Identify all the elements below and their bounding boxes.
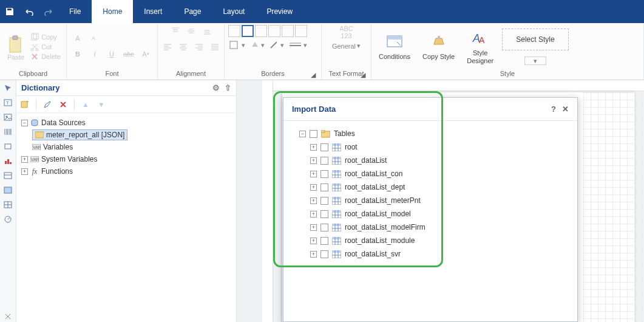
expand-icon[interactable]: +	[310, 171, 317, 177]
checkbox[interactable]	[310, 130, 317, 138]
border-style-dropdown[interactable]: ▾	[229, 41, 245, 49]
redo-button[interactable]	[39, 0, 58, 23]
tool-panel-2[interactable]	[2, 185, 13, 196]
copy-style-button[interactable]: Copy Style	[419, 31, 458, 62]
menu-preview[interactable]: Preview	[256, 0, 303, 23]
expand-icon[interactable]: +	[21, 168, 28, 175]
menu-home[interactable]: Home	[92, 0, 133, 23]
expand-icon[interactable]: +	[310, 197, 317, 204]
table-row[interactable]: +root_dataList_dept	[293, 180, 568, 194]
tool-text[interactable]: T	[2, 97, 13, 108]
tool-panel-1[interactable]	[2, 170, 13, 181]
expand-icon[interactable]: +	[310, 238, 317, 244]
border-color-dropdown[interactable]: ▾	[269, 41, 284, 49]
tree-sysvars[interactable]: + VAR System Variables	[19, 153, 234, 165]
save-button[interactable]	[0, 0, 19, 23]
menu-file[interactable]: File	[58, 0, 92, 23]
cut-button[interactable]: Cut	[30, 43, 61, 51]
checkbox[interactable]	[320, 197, 328, 205]
tool-barcode[interactable]	[2, 126, 13, 137]
expand-icon[interactable]: +	[21, 156, 28, 163]
dict-down[interactable]: ▼	[97, 100, 106, 109]
dialog-help-icon[interactable]: ?	[551, 104, 556, 114]
checkbox[interactable]	[320, 237, 328, 245]
align-bottom-button[interactable]	[201, 25, 213, 37]
textformat-dropdown[interactable]: General ▾	[332, 42, 361, 50]
expand-icon[interactable]: +	[310, 144, 317, 151]
dict-edit[interactable]	[42, 100, 52, 109]
style-gallery-dropdown[interactable]: ▾	[524, 57, 546, 65]
dictionary-settings-icon[interactable]: ⚙	[212, 83, 220, 92]
align-middle-button[interactable]	[185, 25, 197, 37]
border-preset-2[interactable]	[268, 25, 280, 37]
border-all-button[interactable]	[228, 25, 240, 37]
grow-font-button[interactable]: A	[72, 32, 84, 44]
tool-gauge[interactable]	[2, 214, 13, 225]
expand-icon[interactable]: +	[310, 224, 317, 231]
conditions-button[interactable]: Conditions	[375, 31, 414, 62]
tree-functions[interactable]: + fx Functions	[19, 165, 234, 177]
checkbox[interactable]	[320, 250, 328, 258]
border-preset-3[interactable]	[282, 25, 294, 37]
expand-icon[interactable]: +	[310, 251, 317, 258]
checkbox[interactable]	[320, 183, 328, 191]
tree-meter-report[interactable]: meter_report_all [JSON]	[19, 129, 234, 141]
table-row[interactable]: +root_dataList_module	[293, 234, 568, 247]
border-weight-dropdown[interactable]: ▾	[289, 41, 307, 49]
border-preset-1[interactable]	[255, 25, 267, 37]
strikethrough-button[interactable]: abc	[123, 48, 135, 60]
table-row[interactable]: +root_dataList_meterPnt	[293, 194, 568, 207]
fill-color-dropdown[interactable]: ▾	[250, 41, 265, 49]
table-row[interactable]: +root_dataList_modelFirm	[293, 221, 568, 234]
align-top-button[interactable]	[169, 25, 181, 37]
tool-chart[interactable]	[2, 156, 13, 166]
expand-icon[interactable]: −	[299, 131, 306, 137]
expand-icon[interactable]: +	[310, 157, 317, 164]
checkbox[interactable]	[320, 143, 328, 151]
style-designer-button[interactable]: AA Style Designer	[463, 27, 497, 66]
expand-icon[interactable]: −	[21, 120, 28, 126]
undo-button[interactable]	[19, 0, 39, 23]
checkbox[interactable]	[320, 170, 328, 178]
menu-layout[interactable]: Layout	[212, 0, 256, 23]
menu-page[interactable]: Page	[173, 0, 212, 23]
table-row[interactable]: +root_dataList_model	[293, 207, 568, 221]
expand-icon[interactable]: +	[310, 184, 317, 191]
bold-button[interactable]: B	[72, 48, 84, 60]
table-row[interactable]: +root_dataList_svr	[293, 247, 568, 261]
tool-image[interactable]	[2, 112, 13, 123]
tool-pointer[interactable]	[2, 83, 13, 94]
tool-crosstab[interactable]	[2, 199, 13, 210]
italic-button[interactable]: I	[89, 48, 101, 60]
align-center-button[interactable]	[177, 41, 189, 53]
shrink-font-button[interactable]: A	[87, 32, 100, 44]
table-row[interactable]: +root_dataList_con	[293, 167, 568, 180]
paste-button[interactable]: Paste	[4, 33, 28, 61]
align-right-button[interactable]	[193, 41, 205, 53]
expand-icon[interactable]: +	[310, 211, 317, 218]
border-preset-4[interactable]	[295, 25, 307, 37]
dict-up[interactable]: ▲	[81, 100, 90, 109]
underline-button[interactable]: U	[106, 48, 118, 60]
align-justify-button[interactable]	[209, 41, 221, 53]
dialog-close-icon[interactable]: ✕	[562, 104, 569, 114]
menu-insert[interactable]: Insert	[133, 0, 173, 23]
tool-shape[interactable]	[2, 141, 13, 152]
select-style-button[interactable]: Select Style	[502, 29, 568, 50]
borders-launcher-icon[interactable]: ◢	[310, 71, 316, 77]
dict-delete[interactable]	[58, 100, 68, 109]
copy-button[interactable]: Copy	[30, 33, 61, 41]
align-left-button[interactable]	[161, 41, 174, 53]
tree-variables[interactable]: VAR Variables	[19, 141, 234, 153]
dict-new-item[interactable]: +	[20, 100, 30, 109]
dictionary-pin-icon[interactable]: ⇧	[225, 83, 231, 92]
checkbox[interactable]	[320, 210, 328, 218]
table-row[interactable]: +root	[293, 140, 568, 154]
tool-settings[interactable]	[2, 311, 13, 322]
delete-button[interactable]: Delete	[30, 52, 61, 61]
checkbox[interactable]	[320, 224, 328, 231]
font-color-button[interactable]: A▾	[140, 48, 152, 60]
table-row[interactable]: +root_dataList	[293, 154, 568, 167]
textformat-launcher-icon[interactable]: ◢	[360, 71, 366, 77]
tables-root-row[interactable]: − Tables	[293, 127, 568, 140]
